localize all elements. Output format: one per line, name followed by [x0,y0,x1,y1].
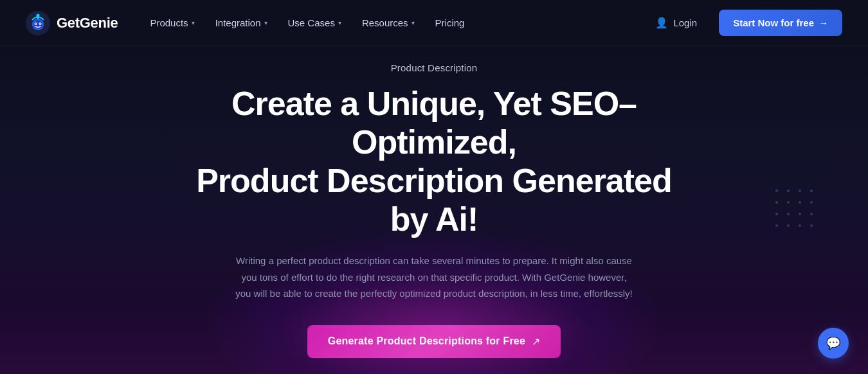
hero-label: Product Description [193,62,675,73]
generate-cta-button[interactable]: Generate Product Descriptions for Free ↗ [307,325,561,358]
chevron-down-icon: ▾ [192,19,195,26]
nav-item-use-cases[interactable]: Use Cases ▾ [279,12,350,33]
nav-menu: Products ▾ Integration ▾ Use Cases ▾ Res… [141,12,473,33]
chat-icon: 💬 [826,336,840,350]
nav-left: GetGenie Products ▾ Integration ▾ Use Ca… [26,11,473,35]
logo-text: GetGenie [57,15,118,31]
arrow-icon: ↗ [532,335,540,348]
nav-item-products[interactable]: Products ▾ [141,12,203,33]
hero-section: Product Description Create a Unique, Yet… [0,46,868,374]
decorative-dots [775,190,817,231]
chevron-down-icon: ▾ [338,19,341,26]
nav-right: 👤 Login Start Now for free → [646,10,842,36]
svg-point-5 [35,23,37,24]
svg-point-6 [40,23,41,24]
nav-item-pricing[interactable]: Pricing [426,12,474,33]
logo-icon [26,11,50,35]
user-icon: 👤 [655,17,668,29]
arrow-right-icon: → [819,18,828,28]
nav-item-integration[interactable]: Integration ▾ [206,12,276,33]
hero-subtitle: Writing a perfect product description ca… [235,253,633,302]
logo[interactable]: GetGenie [26,11,118,35]
chevron-down-icon: ▾ [264,19,267,26]
hero-title: Create a Unique, Yet SEO–Optimized, Prod… [193,85,675,238]
hero-content: Product Description Create a Unique, Yet… [193,62,675,358]
login-button[interactable]: 👤 Login [646,12,706,34]
navbar: GetGenie Products ▾ Integration ▾ Use Ca… [0,0,868,46]
chat-support-button[interactable]: 💬 [818,328,849,359]
chevron-down-icon: ▾ [411,19,415,26]
nav-item-resources[interactable]: Resources ▾ [353,12,424,33]
start-now-button[interactable]: Start Now for free → [719,10,842,36]
